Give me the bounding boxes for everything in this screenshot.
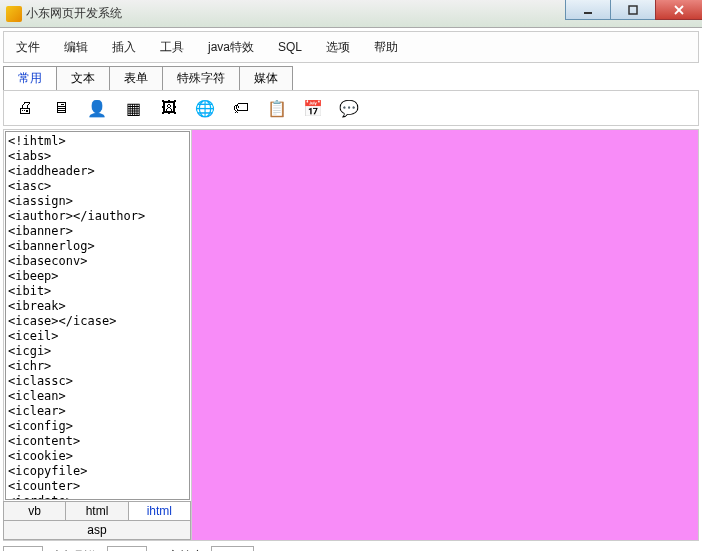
list-item[interactable]: <ichr> (8, 359, 187, 374)
status-len-value: 0.24k (211, 546, 254, 551)
toolbar: 🖨🖥👤▦🖼🌐🏷📋📅💬 (3, 90, 699, 126)
list-item[interactable]: <iassign> (8, 194, 187, 209)
tab-特殊字符[interactable]: 特殊字符 (162, 66, 240, 90)
maximize-button[interactable] (610, 0, 656, 20)
list-item[interactable]: <icrdate> (8, 494, 187, 500)
menubar: 文件编辑插入工具java特效SQL选项帮助 (3, 31, 699, 63)
close-button[interactable] (655, 0, 702, 20)
sidebar-tabs: vbhtmlihtmlasp (4, 501, 191, 540)
minimize-button[interactable] (565, 0, 611, 20)
list-item[interactable]: <icontent> (8, 434, 187, 449)
sidebar-tab-html[interactable]: html (65, 501, 128, 521)
svg-rect-1 (629, 6, 637, 14)
titlebar: 小东网页开发系统 (0, 0, 702, 28)
list-item[interactable]: <icookie> (8, 449, 187, 464)
user-icon[interactable]: 👤 (86, 97, 108, 119)
list-item[interactable]: <ibreak> (8, 299, 187, 314)
list-item[interactable]: <icase></icase> (8, 314, 187, 329)
sidebar-tab-asp[interactable]: asp (3, 520, 191, 540)
menu-插入[interactable]: 插入 (112, 39, 136, 56)
list-item[interactable]: <ibanner> (8, 224, 187, 239)
status-line-value: 12 (3, 546, 43, 551)
tag-list[interactable]: <!ihtml><iabs><iaddheader><iasc><iassign… (5, 131, 190, 500)
content-area: <!ihtml><iabs><iaddheader><iasc><iassign… (3, 129, 699, 541)
menu-java特效[interactable]: java特效 (208, 39, 254, 56)
list-item[interactable]: <ibaseconv> (8, 254, 187, 269)
list-item[interactable]: <iasc> (8, 179, 187, 194)
menu-帮助[interactable]: 帮助 (374, 39, 398, 56)
window-icon[interactable]: 🖥 (50, 97, 72, 119)
tab-媒体[interactable]: 媒体 (239, 66, 293, 90)
calendar-icon[interactable]: 📅 (302, 97, 324, 119)
menu-选项[interactable]: 选项 (326, 39, 350, 56)
list-item[interactable]: <ibeep> (8, 269, 187, 284)
list-item[interactable]: <!ihtml> (8, 134, 187, 149)
tab-表单[interactable]: 表单 (109, 66, 163, 90)
menu-编辑[interactable]: 编辑 (64, 39, 88, 56)
grid-icon[interactable]: ▦ (122, 97, 144, 119)
tab-常用[interactable]: 常用 (3, 66, 57, 90)
list-item[interactable]: <iceil> (8, 329, 187, 344)
list-item[interactable]: <iconfig> (8, 419, 187, 434)
window-controls (565, 0, 702, 27)
list-item[interactable]: <icopyfile> (8, 464, 187, 479)
menu-文件[interactable]: 文件 (16, 39, 40, 56)
menu-工具[interactable]: 工具 (160, 39, 184, 56)
chat-icon[interactable]: 💬 (338, 97, 360, 119)
list-item[interactable]: <icounter> (8, 479, 187, 494)
tab-文本[interactable]: 文本 (56, 66, 110, 90)
menu-SQL[interactable]: SQL (278, 40, 302, 54)
statusbar: 12 光标列位 0 程序长度 0.24k (3, 544, 699, 551)
list-item[interactable]: <iaddheader> (8, 164, 187, 179)
sidebar: <!ihtml><iabs><iaddheader><iasc><iassign… (4, 130, 192, 540)
top-tabs: 常用文本表单特殊字符媒体 (3, 66, 699, 90)
tag-icon[interactable]: 🏷 (230, 97, 252, 119)
list-item[interactable]: <ibannerlog> (8, 239, 187, 254)
status-col-label: 光标列位 (45, 546, 105, 552)
app-icon (6, 6, 22, 22)
window-title: 小东网页开发系统 (26, 5, 122, 22)
status-len-label: 程序长度 (149, 546, 209, 552)
sidebar-tab-vb[interactable]: vb (3, 501, 66, 521)
print-icon[interactable]: 🖨 (14, 97, 36, 119)
list-item[interactable]: <iclassc> (8, 374, 187, 389)
globe-icon[interactable]: 🌐 (194, 97, 216, 119)
sidebar-tab-ihtml[interactable]: ihtml (128, 501, 191, 521)
form-icon[interactable]: 📋 (266, 97, 288, 119)
list-item[interactable]: <iclear> (8, 404, 187, 419)
editor-area[interactable] (192, 130, 698, 540)
status-col-value: 0 (107, 546, 147, 551)
list-item[interactable]: <iclean> (8, 389, 187, 404)
list-item[interactable]: <iauthor></iauthor> (8, 209, 187, 224)
list-item[interactable]: <ibit> (8, 284, 187, 299)
list-item[interactable]: <iabs> (8, 149, 187, 164)
image-icon[interactable]: 🖼 (158, 97, 180, 119)
list-item[interactable]: <icgi> (8, 344, 187, 359)
